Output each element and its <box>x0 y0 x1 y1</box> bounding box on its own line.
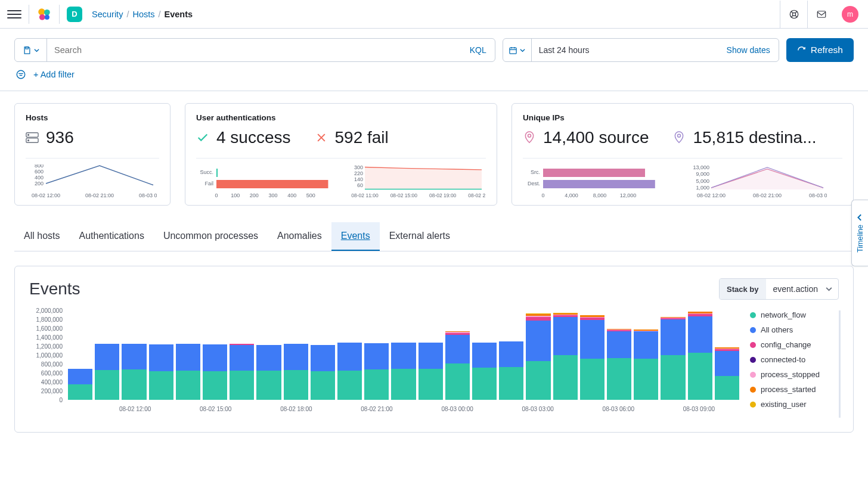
events-bar[interactable] <box>364 343 389 400</box>
svg-text:5,000: 5,000 <box>696 178 709 184</box>
svg-text:100: 100 <box>231 192 240 198</box>
timeline-flyout-toggle[interactable]: Timeline <box>851 200 868 266</box>
svg-point-3 <box>45 14 49 19</box>
svg-text:08-02 11:00: 08-02 11:00 <box>351 192 379 198</box>
date-quick-menu[interactable] <box>503 39 532 61</box>
filter-options-icon[interactable] <box>14 68 27 81</box>
events-bar[interactable] <box>230 344 254 400</box>
events-bar[interactable] <box>688 312 712 400</box>
pin-icon <box>523 131 536 144</box>
svg-line-9 <box>795 15 797 17</box>
events-bar[interactable] <box>68 369 92 400</box>
kpi-hosts-value: 936 <box>46 128 74 147</box>
svg-text:4,000: 4,000 <box>565 192 578 198</box>
svg-text:08-02 12:00: 08-02 12:00 <box>32 192 60 198</box>
elastic-logo[interactable] <box>36 7 52 22</box>
events-panel: Events Stack by event.action 0200,000400… <box>14 266 854 433</box>
events-bar[interactable] <box>499 341 523 400</box>
events-bar[interactable] <box>661 317 685 400</box>
stack-by-label: Stack by <box>720 279 765 299</box>
refresh-button[interactable]: Refresh <box>786 38 854 62</box>
tab-events[interactable]: Events <box>331 222 380 251</box>
svg-text:Succ.: Succ. <box>200 169 213 175</box>
events-bar[interactable] <box>284 344 308 400</box>
events-chart: 0200,000400,000600,000800,0001,000,0001,… <box>29 310 739 418</box>
events-bar[interactable] <box>95 344 119 400</box>
events-bar[interactable] <box>149 344 173 400</box>
svg-rect-31 <box>216 169 218 177</box>
saved-query-menu[interactable] <box>15 39 47 61</box>
legend-item[interactable]: process_stopped <box>750 370 839 379</box>
stack-by-value: event.action <box>773 284 819 294</box>
legend-item[interactable]: All others <box>750 325 839 334</box>
breadcrumb-sep: / <box>126 10 129 19</box>
svg-text:08-02 12:00: 08-02 12:00 <box>697 192 726 198</box>
svg-point-2 <box>39 14 45 20</box>
svg-text:300: 300 <box>354 164 363 170</box>
nav-toggle[interactable] <box>7 7 21 21</box>
events-bar[interactable] <box>634 330 658 400</box>
svg-text:200: 200 <box>35 181 44 187</box>
events-bar[interactable] <box>526 313 550 400</box>
legend-item[interactable]: existing_user <box>750 400 839 409</box>
svg-text:08-02 19:00: 08-02 19:00 <box>429 192 457 198</box>
svg-text:220: 220 <box>354 170 363 176</box>
legend-item[interactable]: process_started <box>750 385 839 394</box>
kpi-hosts-title: Hosts <box>26 113 159 122</box>
svg-rect-51 <box>543 169 645 177</box>
svg-rect-11 <box>26 46 28 48</box>
add-filter-button[interactable]: + Add filter <box>33 70 75 79</box>
kpi-card-hosts: Hosts 936 20040060080008-02 12:0008-02 2… <box>14 103 170 206</box>
events-bar[interactable] <box>580 315 604 400</box>
user-avatar[interactable]: m <box>842 6 858 23</box>
breadcrumb-hosts[interactable]: Hosts <box>132 10 154 19</box>
svg-line-6 <box>790 11 792 13</box>
svg-text:400: 400 <box>287 192 296 198</box>
events-bar[interactable] <box>203 344 227 400</box>
events-bar[interactable] <box>337 343 362 400</box>
svg-point-21 <box>28 135 29 136</box>
date-range-display[interactable]: Last 24 hours <box>532 45 718 55</box>
events-bar[interactable] <box>256 345 281 400</box>
show-dates-toggle[interactable]: Show dates <box>718 45 779 55</box>
breadcrumb: Security / Hosts / Events <box>92 10 193 19</box>
events-bar[interactable] <box>311 345 335 400</box>
events-bar[interactable] <box>472 343 497 400</box>
tab-anomalies[interactable]: Anomalies <box>268 222 331 251</box>
svg-text:8,000: 8,000 <box>593 192 607 198</box>
events-bar[interactable] <box>122 344 146 400</box>
svg-point-48 <box>528 134 531 137</box>
tab-authentications[interactable]: Authentications <box>69 222 153 251</box>
events-bar[interactable] <box>418 343 443 400</box>
legend-item[interactable]: network_flow <box>750 310 839 319</box>
events-legend: network_flowAll othersconfig_changeconne… <box>739 310 841 418</box>
svg-text:Dest.: Dest. <box>528 181 540 187</box>
space-selector[interactable]: D <box>67 7 82 22</box>
breadcrumb-security[interactable]: Security <box>92 10 123 19</box>
tab-all-hosts[interactable]: All hosts <box>14 222 69 251</box>
kpi-ips-dest: 15,815 destina... <box>693 128 816 147</box>
kpi-auth-success: 4 success <box>216 128 291 147</box>
events-bar[interactable] <box>553 313 578 400</box>
stack-by-select[interactable]: event.action <box>766 279 839 299</box>
newsfeed-icon[interactable] <box>807 1 835 28</box>
events-bar[interactable] <box>176 344 200 400</box>
svg-point-49 <box>678 134 681 137</box>
kpi-auth-trend-chart: 6014022030008-02 11:0008-02 15:0008-02 1… <box>348 164 486 198</box>
events-bar[interactable] <box>607 329 631 400</box>
svg-rect-53 <box>543 180 655 188</box>
events-bar[interactable] <box>715 347 739 400</box>
tab-uncommon-processes[interactable]: Uncommon processes <box>154 222 268 251</box>
tab-external-alerts[interactable]: External alerts <box>380 222 460 251</box>
events-bar[interactable] <box>445 331 470 400</box>
timeline-label: Timeline <box>856 225 864 253</box>
svg-text:0: 0 <box>541 192 544 198</box>
legend-item[interactable]: connected-to <box>750 355 839 364</box>
svg-point-22 <box>28 140 29 141</box>
help-icon[interactable] <box>780 1 807 28</box>
tabs-bar: All hostsAuthenticationsUncommon process… <box>14 222 854 251</box>
legend-item[interactable]: config_change <box>750 340 839 349</box>
events-bar[interactable] <box>391 343 416 400</box>
search-input[interactable] <box>47 39 461 61</box>
kql-toggle[interactable]: KQL <box>461 45 495 55</box>
